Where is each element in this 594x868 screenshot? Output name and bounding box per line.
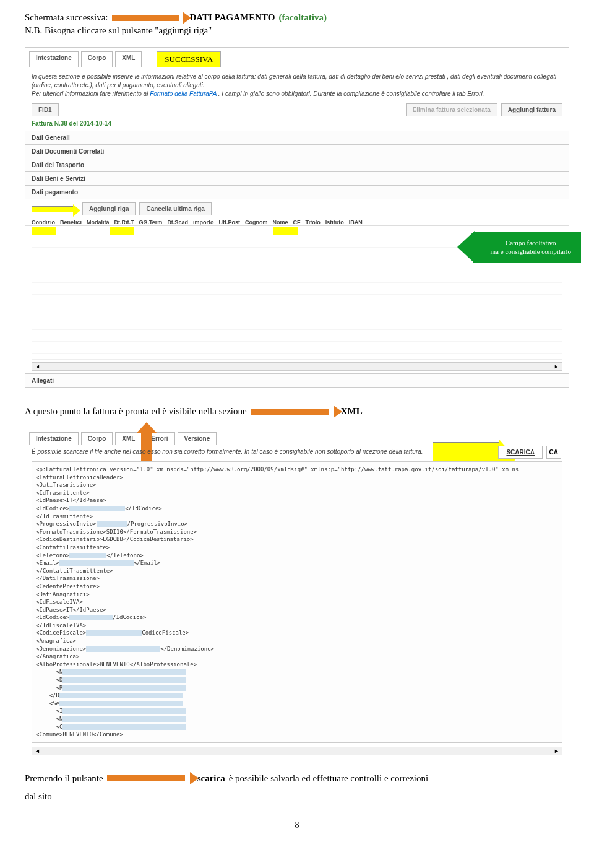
xml-panel: Intestazione Corpo XML Errori Versione S… [25,428,569,758]
dal-sito: dal sito [25,791,569,802]
col-uffpost: Uff.Post [218,219,240,225]
desc2-text: È possibile scaricare il file anche nel … [32,448,423,455]
col-condizio: Condizio [32,219,55,225]
yellow-arrow-icon [32,206,75,212]
formato-fatturapa-link[interactable]: Formato della FatturaPA [150,90,217,97]
section-dati-beni-servizi[interactable]: Dati Beni e Servizi [25,171,569,185]
tab-xml[interactable]: XML [115,51,142,67]
elimina-fattura-button[interactable]: Elimina fattura selezionata [406,103,497,116]
nb-instruction: N.B. Bisogna cliccare sul pulsante "aggi… [25,25,569,36]
desc-text-2a: Per ulteriori informazioni fare riferime… [32,90,150,97]
section-dati-pagamento[interactable]: Dati pagamento [25,185,569,199]
fattura-number-label: Fattura N.38 del 2014-10-14 [25,120,569,131]
tab-corpo[interactable]: Corpo [81,51,113,67]
desc-text-2b: . I campi in giallo sono obbligatori. Du… [218,90,484,97]
tab-xml-active[interactable]: XML [115,432,142,445]
cancella-riga-button[interactable]: Cancella ultima riga [139,202,211,215]
arrow-right-icon [107,775,194,781]
col-dtscad: Dt.Scad [167,219,188,225]
bottom-text-a: Premendo il pulsante [25,773,103,784]
scrollbar[interactable]: ◄► [32,747,562,755]
col-modalita: Modalità [87,219,110,225]
tab-corpo[interactable]: Corpo [81,432,113,445]
tab-intestazione[interactable]: Intestazione [29,432,79,445]
section-dati-generali[interactable]: Dati Generali [25,131,569,144]
desc-text-1: In questa sezione è possibile inserire l… [32,73,556,89]
mid-text: A questo punto la fattura è pronta ed è … [25,406,247,417]
xml-content: <p:FatturaElettronica version="1.0" xmln… [32,461,562,743]
arrow-right-icon [251,409,337,415]
green-callout: Campo facoltativo ma è consigliabile com… [473,232,581,263]
col-istituto: Istituto [325,219,344,225]
tab-versione[interactable]: Versione [178,432,217,445]
scarica-bold: scarica [197,773,225,784]
col-iban: IBAN [349,219,363,225]
xml-label: XML [341,406,363,417]
schermata-label: Schermata successiva: [25,12,108,23]
page-number: 8 [25,820,569,830]
col-benefici: Benefici [60,219,82,225]
bottom-text-c: è possibile salvarla ed effettuare contr… [229,773,429,784]
scrollbar[interactable]: ◄► [32,362,562,371]
corpo-panel: Intestazione Corpo XML SUCCESSIVA In que… [25,47,569,388]
col-dtrift: Dt.Rif.T [114,219,134,225]
section-allegati[interactable]: Allegati [25,373,569,387]
section-documenti-correlati[interactable]: Dati Documenti Correlati [25,144,569,158]
section-dati-trasporto[interactable]: Dati del Trasporto [25,158,569,171]
dati-pagamento-title: DATI PAGAMENTO [190,12,275,23]
successiva-callout: SUCCESSIVA [157,51,221,67]
fid-button[interactable]: FID1 [32,103,59,116]
arrow-right-icon [112,15,186,21]
tab-intestazione[interactable]: Intestazione [29,51,79,67]
col-cognom: Cognom [245,219,268,225]
aggiungi-riga-button[interactable]: Aggiungi riga [82,202,136,215]
col-importo: importo [193,219,214,225]
col-ggterm: GG.Term [139,219,163,225]
aggiungi-fattura-button[interactable]: Aggiungi fattura [501,103,562,116]
col-cf: CF [293,219,300,225]
col-titolo: Titolo [305,219,320,225]
col-nome: Nome [272,219,288,225]
facoltativa-label: (facoltativa) [278,12,326,23]
